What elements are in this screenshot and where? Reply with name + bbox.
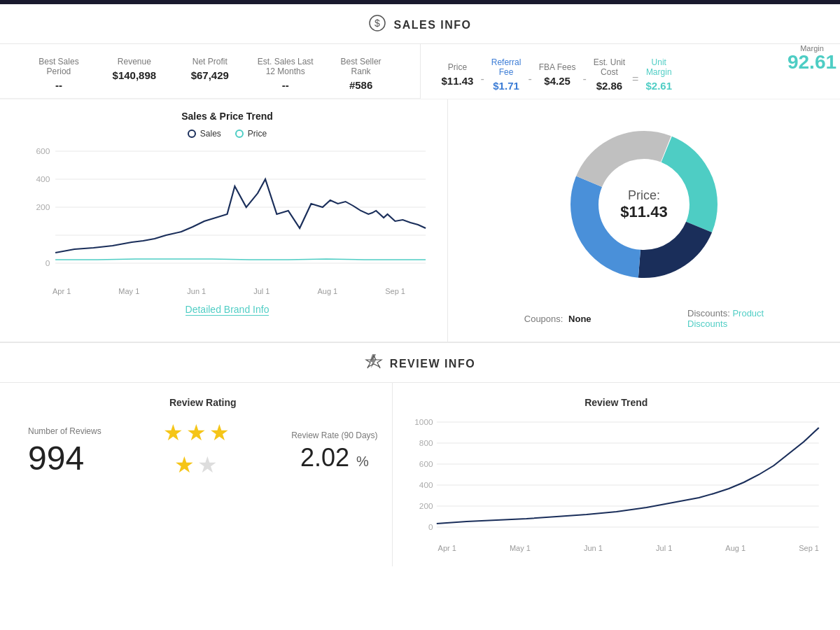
fba-label: FBA Fees	[539, 62, 576, 72]
svg-text:$: $	[375, 18, 381, 29]
review-rating-title: Review Rating	[28, 397, 378, 408]
svg-text:0: 0	[428, 523, 433, 531]
stat-label-revenue: Revenue	[97, 57, 172, 66]
svg-line-15	[368, 365, 369, 368]
review-content: Review Rating Number of Reviews 994 ★ ★ …	[0, 383, 840, 566]
minus-op-3: -	[580, 73, 589, 85]
review-x-label-5: Aug 1	[725, 544, 746, 552]
legend-label-price: Price	[248, 129, 267, 139]
coupon-item: Coupons: None	[524, 314, 592, 324]
review-x-label-6: Sep 1	[799, 544, 819, 552]
stat-label-net-profit: Net Profit	[172, 57, 248, 66]
review-x-label-2: May 1	[510, 544, 531, 552]
stat-value-best-sales: --	[21, 79, 97, 91]
stats-row: Best SalesPeriod -- Revenue $140,898 Net…	[0, 44, 421, 99]
discounts-item: Discounts: ProductDiscounts	[687, 308, 764, 329]
stat-revenue: Revenue $140,898	[97, 57, 172, 81]
review-right: Review Trend 1000 800 600 400 200 0	[393, 383, 840, 566]
star-2: ★	[186, 419, 206, 446]
review-x-label-3: Jun 1	[584, 544, 603, 552]
review-section-header: REVIEW INFO	[0, 343, 840, 383]
chart-x-labels: Apr 1 May 1 Jun 1 Jul 1 Aug 1 Sep 1	[21, 284, 433, 295]
stat-label-best-seller-rank: Best SellerRank	[323, 57, 399, 76]
legend-label-sales: Sales	[200, 129, 221, 139]
donut-center: Price: $11.43	[620, 188, 667, 221]
donut-container: Price: $11.43	[462, 113, 826, 295]
minus-op-1: -	[477, 73, 486, 85]
stars-row-2: ★ ★	[115, 451, 277, 478]
review-stats: Number of Reviews 994 ★ ★ ★ ★ ★ Review R	[28, 419, 378, 484]
price-item-referral: ReferralFee $1.71	[491, 57, 522, 92]
review-count-label: Number of Reviews	[28, 426, 102, 436]
price-item-est-unit: Est. UnitCost $2.86	[594, 57, 625, 92]
x-label-3: Jun 1	[187, 287, 206, 295]
sales-section: $ SALES INFO Best SalesPeriod -- Revenue…	[0, 4, 840, 343]
review-chart-svg: 1000 800 600 400 200 0	[407, 415, 826, 541]
review-icon	[365, 353, 383, 375]
margin-badge-value: 92.61	[784, 52, 840, 72]
sales-title: SALES INFO	[393, 19, 471, 31]
x-label-6: Sep 1	[385, 287, 405, 295]
main-content: Sales & Price Trend Sales Price	[0, 99, 840, 342]
right-panel: Price: $11.43 Coupons: None Discounts: P…	[448, 99, 840, 342]
price-row: Price $11.43 - ReferralFee $1.71 - FBA F…	[421, 44, 841, 99]
sales-section-header: $ SALES INFO	[0, 4, 840, 44]
review-trend-title: Review Trend	[407, 397, 826, 408]
dollar-icon: $	[368, 14, 386, 36]
star-5: ★	[197, 451, 218, 478]
svg-text:200: 200	[419, 502, 433, 510]
legend-dot-sales	[188, 130, 196, 138]
review-rate-value: 2.02 %	[291, 443, 377, 472]
stat-label-est-sales: Est. Sales Last12 Months	[248, 57, 323, 76]
review-title: REVIEW INFO	[390, 358, 475, 370]
svg-text:800: 800	[419, 439, 433, 447]
sales-chart-area: 600 400 200 0	[21, 144, 433, 284]
coupons-row: Coupons: None Discounts: ProductDiscount…	[462, 302, 826, 335]
svg-text:200: 200	[36, 203, 50, 211]
price-item-margin: UnitMargin $2.61	[645, 57, 672, 92]
donut-center-label: Price:	[620, 188, 667, 203]
review-count-block: Number of Reviews 994	[28, 426, 102, 477]
stat-net-profit: Net Profit $67,429	[172, 57, 248, 81]
stat-est-sales: Est. Sales Last12 Months --	[248, 57, 323, 91]
stat-best-seller-rank: Best SellerRank #586	[323, 57, 399, 91]
sales-chart-svg: 600 400 200 0	[21, 144, 433, 284]
x-label-2: May 1	[118, 287, 139, 295]
review-rate-block: Review Rate (90 Days) 2.02 %	[291, 430, 377, 472]
review-x-label-4: Jul 1	[656, 544, 672, 552]
est-unit-label: Est. UnitCost	[594, 57, 625, 77]
unit-margin-value: $2.61	[645, 80, 672, 92]
unit-margin-label: UnitMargin	[645, 57, 672, 77]
detailed-brand-anchor[interactable]: Detailed Brand Info	[186, 304, 270, 316]
stat-label-best-sales: Best SalesPeriod	[21, 57, 97, 76]
referral-value: $1.71	[491, 80, 522, 92]
coupons-value: None	[568, 314, 592, 324]
svg-text:1000: 1000	[414, 418, 433, 426]
price-item-fba: FBA Fees $4.25	[539, 62, 576, 87]
legend-sales: Sales	[188, 129, 221, 139]
review-x-labels: Apr 1 May 1 Jun 1 Jul 1 Aug 1 Sep 1	[407, 541, 826, 552]
stat-value-best-seller-rank: #586	[323, 79, 399, 91]
coupons-label: Coupons:	[524, 314, 564, 324]
svg-text:600: 600	[419, 460, 433, 468]
price-label: Price	[442, 62, 474, 72]
star-3: ★	[209, 419, 230, 446]
stars-row: ★ ★ ★	[115, 419, 277, 446]
donut-wrap: Price: $11.43	[553, 113, 735, 295]
stat-value-est-sales: --	[248, 79, 323, 91]
svg-text:600: 600	[36, 147, 50, 155]
review-x-label-1: Apr 1	[438, 544, 456, 552]
svg-text:400: 400	[419, 481, 433, 489]
stat-best-sales: Best SalesPeriod --	[21, 57, 97, 91]
donut-center-value: $11.43	[620, 203, 667, 221]
legend-price: Price	[235, 129, 267, 139]
svg-text:0: 0	[46, 259, 50, 267]
legend-dot-price	[235, 130, 244, 138]
review-section: REVIEW INFO Review Rating Number of Revi…	[0, 343, 840, 566]
referral-label: ReferralFee	[491, 57, 522, 77]
chart-legend: Sales Price	[21, 129, 433, 139]
star-1: ★	[163, 419, 183, 446]
detailed-brand-link[interactable]: Detailed Brand Info	[21, 304, 433, 315]
price-item-price: Price $11.43	[442, 62, 474, 87]
margin-badge: Margin 92.61	[784, 44, 840, 72]
